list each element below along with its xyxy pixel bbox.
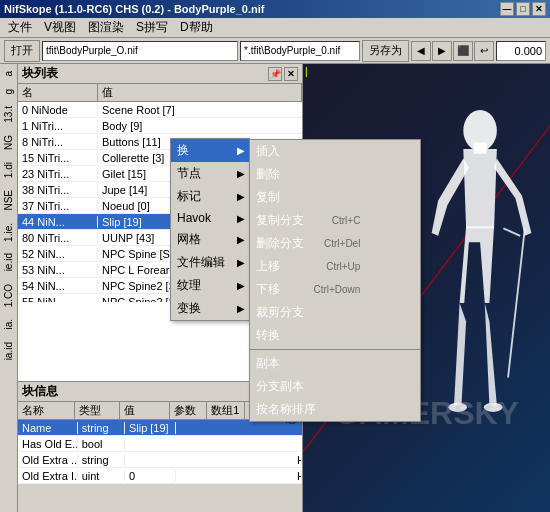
icon3[interactable]: ⬛	[453, 41, 473, 61]
svg-point-5	[484, 403, 503, 412]
sidebar-tab-1ie[interactable]: 1.ie.	[0, 218, 17, 247]
icon4[interactable]: ↩	[474, 41, 494, 61]
sidebar-tab-ia[interactable]: ia.	[0, 314, 17, 335]
info-row-3[interactable]: Old Extra I... uint 0 Has Old ...	[18, 468, 302, 484]
sidebar-tab-ieid[interactable]: ie.id	[0, 248, 17, 276]
open-button[interactable]: 打开	[4, 40, 40, 62]
info-cell-type-0: string	[78, 422, 125, 434]
sidebar-tab-1di[interactable]: 1.di	[0, 157, 17, 183]
submenu-del-branch[interactable]: 删除分支 Ctrl+Del	[250, 232, 420, 255]
menu-spell[interactable]: S拼写	[130, 18, 174, 37]
sidebar-tab-iaid[interactable]: ia.id	[0, 337, 17, 365]
svg-line-2	[508, 228, 525, 377]
info-col-param: 参数	[170, 402, 207, 419]
submenu-convert[interactable]: 转换	[250, 324, 420, 347]
menu-label-mesh: 网格	[177, 231, 201, 248]
menu-label-havok: Havok	[177, 211, 211, 225]
toolbar: 打开 tfit\BodyPurple_O.nif *.tfit\BodyPurp…	[0, 38, 550, 64]
title-bar: NifSkope (1.1.0-RC6) CHS (0.2) - BodyPur…	[0, 0, 550, 18]
panel-icon-pin[interactable]: 📌	[268, 67, 282, 81]
block-num-4: 23 NiTri...	[18, 168, 98, 180]
path1-value: tfit\BodyPurple_O.nif	[46, 45, 138, 56]
block-row-1[interactable]: 1 NiTri... Body [9]	[18, 118, 302, 134]
path2-field[interactable]: *.tfit\BodyPurple_0.nif	[240, 41, 360, 61]
maximize-button[interactable]: □	[516, 2, 530, 16]
context-menu-item-havok[interactable]: Havok ▶	[171, 208, 249, 228]
sidebar-tab-13t[interactable]: 13.t	[0, 101, 17, 128]
submenu-label-copy: 复制	[256, 189, 280, 206]
arrow-icon: ▶	[237, 145, 245, 156]
shortcut-del-branch: Ctrl+Del	[324, 238, 360, 249]
submenu-down[interactable]: 下移 Ctrl+Down	[250, 278, 420, 301]
arrow-icon-transform: ▶	[237, 303, 245, 314]
context-menu-item-huan[interactable]: 换 ▶ 插入 删除 复制 复制分支 Ctrl+C 删除分支 Ctrl+Del 上…	[171, 139, 249, 162]
submenu-copy[interactable]: 复制	[250, 186, 420, 209]
title-bar-buttons: — □ ✕	[500, 2, 546, 16]
submenu-sort[interactable]: 按名称排序	[250, 398, 420, 421]
submenu-delete[interactable]: 删除	[250, 163, 420, 186]
close-button[interactable]: ✕	[532, 2, 546, 16]
menu-render[interactable]: 图渲染	[82, 18, 130, 37]
context-menu-item-mesh[interactable]: 网格 ▶	[171, 228, 249, 251]
info-col-type: 类型	[75, 402, 120, 419]
submenu-branch-dup[interactable]: 分支副本	[250, 375, 420, 398]
submenu-label-del-branch: 删除分支	[256, 235, 304, 252]
submenu-label-delete: 删除	[256, 166, 280, 183]
block-num-3: 15 NiTri...	[18, 152, 98, 164]
saveas-button[interactable]: 另存为	[362, 40, 409, 62]
panel-title-icons: 📌 ✕	[268, 67, 298, 81]
context-menu-item-node[interactable]: 节点 ▶	[171, 162, 249, 185]
svg-point-4	[448, 403, 467, 412]
context-menu-item-texture[interactable]: 纹理 ▶	[171, 274, 249, 297]
info-cell-name-0: Name	[18, 422, 78, 434]
menu-help[interactable]: D帮助	[174, 18, 219, 37]
sidebar-tab-g[interactable]: g	[0, 84, 17, 100]
arrow-icon-havok: ▶	[237, 213, 245, 224]
info-cell-val-0: Slip [19]	[125, 422, 176, 434]
menu-label-mark: 标记	[177, 188, 201, 205]
block-row-0[interactable]: 0 NiNode Scene Root [7]	[18, 102, 302, 118]
path1-field[interactable]: tfit\BodyPurple_O.nif	[42, 41, 238, 61]
context-menu-item-fileedit[interactable]: 文件编辑 ▶	[171, 251, 249, 274]
info-col-data1: 数组1	[207, 402, 244, 419]
info-row-1[interactable]: Has Old E... bool	[18, 436, 302, 452]
num-value-field: 0.000	[496, 41, 546, 61]
minimize-button[interactable]: —	[500, 2, 514, 16]
context-menu-item-mark[interactable]: 标记 ▶	[171, 185, 249, 208]
context-menu-item-transform[interactable]: 变换 ▶	[171, 297, 249, 320]
block-val-1: Body [9]	[98, 120, 302, 132]
open-label: 打开	[11, 43, 33, 58]
sidebar-tab-1co[interactable]: 1.CO	[0, 279, 17, 312]
sidebar-tab-ng[interactable]: NG	[0, 130, 17, 155]
submenu-dup[interactable]: 副本	[250, 352, 420, 375]
info-row-2[interactable]: Old Extra ... string Has Old ...	[18, 452, 302, 468]
col-val: 值	[98, 84, 302, 101]
submenu-copy-branch[interactable]: 复制分支 Ctrl+C	[250, 209, 420, 232]
path2-value: *.tfit\BodyPurple_0.nif	[244, 45, 340, 56]
block-num-6: 37 NiTri...	[18, 200, 98, 212]
arrow-icon-mark: ▶	[237, 191, 245, 202]
submenu-cut-branch[interactable]: 裁剪分支	[250, 301, 420, 324]
submenu-insert[interactable]: 插入	[250, 140, 420, 163]
menu-file[interactable]: 文件	[2, 18, 38, 37]
left-sidebar: a g 13.t NG 1.di NSE 1.ie. ie.id 1.CO ia…	[0, 64, 18, 512]
svg-line-3	[503, 228, 520, 235]
info-col-val: 值	[120, 402, 169, 419]
svg-rect-6	[474, 143, 487, 154]
submenu-up[interactable]: 上移 Ctrl+Up	[250, 255, 420, 278]
icon2[interactable]: ▶	[432, 41, 452, 61]
block-num-7: 44 NiN...	[18, 216, 98, 228]
sidebar-tab-a[interactable]: a	[0, 66, 17, 82]
block-num-8: 80 NiTri...	[18, 232, 98, 244]
icon1[interactable]: ◀	[411, 41, 431, 61]
menu-label-transform: 变换	[177, 300, 201, 317]
info-cell-status-3: Has Old ...	[293, 470, 302, 482]
info-row-0[interactable]: Name string Slip [19]	[18, 420, 302, 436]
panel-icon-close[interactable]: ✕	[284, 67, 298, 81]
submenu-label-up: 上移	[256, 258, 280, 275]
block-list-title: 块列表 📌 ✕	[18, 64, 302, 84]
sidebar-tab-nse[interactable]: NSE	[0, 185, 17, 216]
menu-view[interactable]: V视图	[38, 18, 82, 37]
info-cell-type-1: bool	[78, 438, 125, 450]
context-menu: 换 ▶ 插入 删除 复制 复制分支 Ctrl+C 删除分支 Ctrl+Del 上…	[170, 138, 250, 321]
